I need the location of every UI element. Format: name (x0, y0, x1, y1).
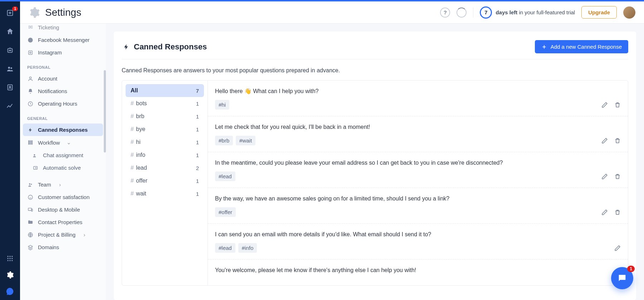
bolt-icon (122, 44, 131, 50)
analytics-icon[interactable] (6, 102, 14, 110)
gear-icon (29, 7, 40, 18)
edit-button[interactable] (614, 245, 621, 251)
svg-rect-24 (29, 144, 33, 145)
edit-button[interactable] (601, 102, 608, 108)
tag-filter-info[interactable]: # info1 (126, 149, 204, 161)
response-tag[interactable]: #lead (215, 243, 235, 253)
svg-point-25 (34, 154, 35, 155)
edit-button[interactable] (601, 209, 608, 216)
sidebar-cat-general: GENERAL (23, 110, 103, 124)
tag-filter-wait[interactable]: # wait1 (126, 187, 204, 200)
mail-icon: ✉ (27, 24, 34, 30)
tag-filter-all[interactable]: All7 (126, 84, 204, 97)
edit-button[interactable] (601, 137, 608, 144)
days-left-text: days left in your full-featured trial (496, 9, 575, 15)
delete-button[interactable] (614, 137, 621, 144)
chevron-down-icon: ⌄ (65, 139, 72, 146)
inbox-icon[interactable]: 1 (6, 9, 14, 17)
tag-filter-bye[interactable]: # bye1 (126, 123, 204, 136)
section-description: Canned Responses are answers to your mos… (122, 59, 628, 80)
response-tag[interactable]: #lead (215, 171, 235, 181)
sidebar-item-desktop-mobile[interactable]: Desktop & Mobile (23, 203, 103, 216)
svg-point-14 (8, 260, 9, 261)
svg-rect-23 (29, 142, 33, 143)
tag-filter-bots[interactable]: # bots1 (126, 97, 204, 110)
svg-point-15 (9, 260, 10, 261)
sidebar-item-csat[interactable]: Customer satisfaction (23, 191, 103, 203)
response-item: I can send you an email with more detail… (208, 224, 628, 260)
visitors-icon[interactable] (6, 64, 14, 73)
contacts-icon[interactable] (6, 83, 14, 92)
sidebar-item-team[interactable]: Team › (23, 178, 103, 191)
tag-filter-lead[interactable]: # lead2 (126, 161, 204, 174)
days-left-number: 7 (480, 6, 492, 19)
response-text: Let me check that for you real quick, I'… (215, 123, 621, 131)
sidebar-item-notifications[interactable]: Notifications (23, 85, 103, 97)
bolt-icon (27, 127, 34, 132)
instagram-icon (27, 50, 34, 55)
svg-point-8 (8, 256, 9, 257)
svg-rect-31 (31, 209, 33, 211)
settings-icon[interactable] (6, 271, 14, 279)
chat-badge: 1 (627, 266, 635, 272)
sidebar-item-ticketing[interactable]: ✉Ticketing (23, 24, 103, 34)
edit-button[interactable] (601, 173, 608, 180)
sidebar-item-canned-responses[interactable]: Canned Responses (23, 124, 103, 136)
response-text: In the meantime, could you please leave … (215, 159, 621, 167)
add-canned-response-button[interactable]: Add a new Canned Response (535, 40, 628, 53)
sidebar-item-automatic-solve[interactable]: Automatic solve (23, 161, 103, 174)
svg-rect-22 (29, 141, 33, 142)
tag-filter-offer[interactable]: # offer1 (126, 174, 204, 187)
sidebar-item-contact-properties[interactable]: Contact Properties (23, 216, 103, 228)
svg-rect-30 (28, 208, 31, 211)
globe-icon (27, 232, 34, 238)
sidebar-item-facebook[interactable]: Facebook Messenger (23, 34, 103, 46)
tag-filter-hi[interactable]: # hi1 (126, 136, 204, 149)
svg-point-13 (11, 258, 13, 259)
trial-status: 7 days left in your full-featured trial (480, 6, 575, 19)
help-button[interactable]: ? (440, 8, 450, 18)
sync-button[interactable] (457, 8, 467, 18)
response-item: In the meantime, could you please leave … (208, 152, 628, 188)
response-text: Hello there 👋 What can I help you with? (215, 87, 621, 96)
tag-filter-brb[interactable]: # brb1 (126, 110, 204, 123)
response-tag[interactable]: #info (238, 243, 257, 253)
svg-point-16 (11, 260, 13, 261)
sidebar-item-operating-hours[interactable]: Operating Hours (23, 97, 103, 110)
response-tag[interactable]: #brb (215, 136, 233, 145)
response-tag[interactable]: #wait (236, 136, 255, 145)
smile-icon (27, 194, 34, 200)
sidebar-item-chat-assignment[interactable]: Chat assignment (23, 149, 103, 161)
sidebar-item-account[interactable]: Account (23, 72, 103, 85)
svg-point-2 (9, 50, 10, 51)
sidebar-item-workflow[interactable]: Workflow ⌄ (23, 136, 103, 149)
bell-icon (27, 88, 34, 94)
chat-fab[interactable]: 1 (611, 267, 633, 289)
upgrade-button[interactable]: Upgrade (581, 6, 617, 19)
content-card: Canned Responses Add a new Canned Respon… (114, 32, 636, 300)
sidebar-item-instagram[interactable]: Instagram (23, 46, 103, 59)
divider (473, 8, 473, 18)
sidebar-item-project-billing[interactable]: Project & Billing › (23, 228, 103, 241)
response-tag[interactable]: #hi (215, 100, 229, 110)
header: Settings ? 7 days left in your full-feat… (20, 1, 644, 24)
inbox-badge: 1 (12, 6, 18, 11)
response-tag[interactable]: #offer (215, 207, 236, 217)
sidebar-item-domains[interactable]: Domains (23, 241, 103, 253)
bot-icon[interactable] (6, 46, 14, 54)
avatar[interactable] (623, 6, 635, 19)
layers-icon (27, 245, 34, 250)
delete-button[interactable] (614, 173, 621, 180)
logo-icon[interactable] (6, 287, 14, 296)
delete-button[interactable] (614, 209, 621, 216)
delete-button[interactable] (614, 102, 621, 108)
workflow-icon (27, 140, 34, 145)
devices-icon (27, 207, 34, 213)
team-icon (27, 182, 34, 188)
response-item: Let me check that for you real quick, I'… (208, 116, 628, 152)
home-icon[interactable] (6, 27, 14, 36)
apps-icon[interactable] (6, 254, 14, 263)
sidebar-cat-personal: PERSONAL (23, 59, 103, 72)
svg-point-19 (30, 52, 31, 53)
messenger-icon (27, 37, 34, 43)
